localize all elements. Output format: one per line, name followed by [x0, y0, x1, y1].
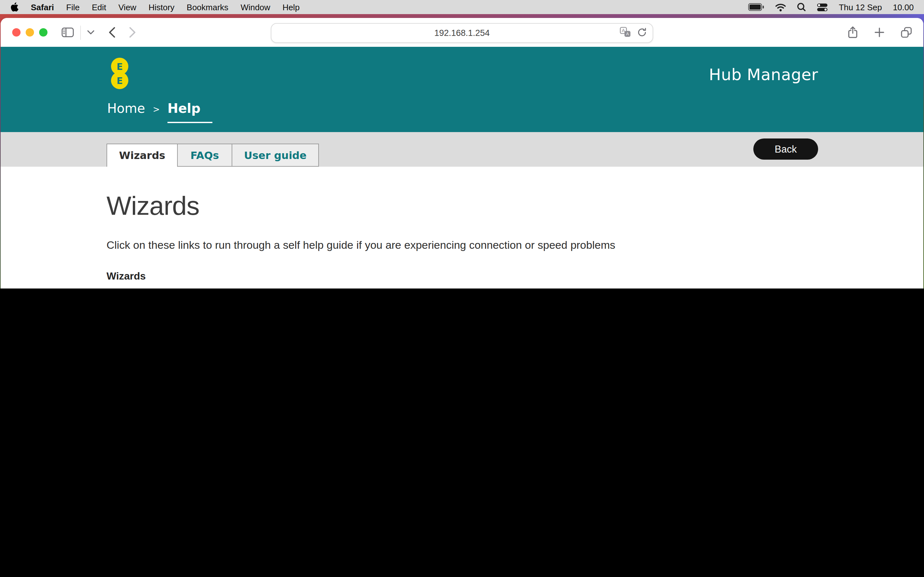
menu-item-edit[interactable]: Edit — [92, 2, 106, 12]
tab-overview-icon[interactable] — [901, 27, 912, 38]
window-controls — [12, 28, 47, 37]
translate-icon[interactable]: AA — [620, 27, 631, 39]
control-center-icon[interactable] — [817, 3, 828, 11]
breadcrumb-separator: > — [153, 105, 160, 114]
page-title-brand: Hub Manager — [709, 65, 819, 84]
menu-item-view[interactable]: View — [118, 2, 136, 12]
address-bar-icons: AA — [620, 24, 647, 42]
help-tabs: Wizards FAQs User guide — [107, 143, 319, 167]
tab-wizards[interactable]: Wizards — [107, 143, 178, 167]
intro-text: Click on these links to run through a se… — [107, 239, 817, 252]
menu-item-window[interactable]: Window — [241, 2, 270, 12]
browser-toolbar: 192.168.1.254 AA — [1, 18, 923, 47]
menu-bar-clock[interactable]: 10.00 — [893, 2, 914, 12]
menu-bar-status: Thu 12 Sep 10.00 — [748, 2, 914, 12]
wifi-icon[interactable] — [775, 3, 786, 11]
tab-band: Wizards FAQs User guide Back — [1, 132, 923, 167]
tab-faqs[interactable]: FAQs — [178, 143, 232, 167]
battery-icon[interactable] — [748, 3, 764, 11]
ee-logo[interactable]: E E — [111, 58, 128, 89]
zoom-window-button[interactable] — [39, 28, 47, 37]
section-label: Wizards — [107, 271, 817, 282]
ee-logo-bottom-circle: E — [111, 72, 128, 89]
toolbar-right-controls — [848, 26, 912, 39]
breadcrumb: Home > Help — [107, 101, 212, 123]
share-icon[interactable] — [848, 26, 858, 39]
menu-bar-left: Safari File Edit View History Bookmarks … — [10, 1, 300, 13]
back-button[interactable]: Back — [753, 139, 818, 160]
breadcrumb-home-link[interactable]: Home — [107, 101, 145, 116]
back-icon[interactable] — [108, 27, 115, 38]
menu-item-help[interactable]: Help — [282, 2, 300, 12]
safari-window: 192.168.1.254 AA E E Hub Manager Home — [1, 18, 923, 288]
menu-item-history[interactable]: History — [149, 2, 174, 12]
new-tab-icon[interactable] — [875, 27, 884, 37]
forward-icon[interactable] — [129, 27, 136, 38]
address-url: 192.168.1.254 — [435, 28, 490, 38]
toolbar-divider — [80, 25, 81, 39]
menu-bar: Safari File Edit View History Bookmarks … — [0, 0, 924, 14]
menu-bar-date[interactable]: Thu 12 Sep — [838, 2, 882, 12]
reload-icon[interactable] — [637, 27, 647, 39]
menu-item-bookmarks[interactable]: Bookmarks — [187, 2, 228, 12]
svg-text:A: A — [626, 31, 629, 36]
menu-item-safari[interactable]: Safari — [31, 2, 54, 12]
apple-logo-icon — [10, 1, 19, 11]
screen: Safari File Edit View History Bookmarks … — [0, 0, 924, 288]
sidebar-icon[interactable] — [61, 27, 74, 37]
toolbar-left-controls — [61, 25, 136, 39]
site-header: E E Hub Manager Home > Help — [1, 47, 923, 132]
menu-item-file[interactable]: File — [66, 2, 79, 12]
main-content: Wizards Click on these links to run thro… — [1, 167, 923, 288]
tab-user-guide[interactable]: User guide — [232, 143, 319, 167]
minimize-window-button[interactable] — [26, 28, 34, 37]
address-bar[interactable]: 192.168.1.254 AA — [271, 23, 653, 43]
spotlight-icon[interactable] — [797, 3, 806, 11]
chevron-down-icon[interactable] — [87, 30, 94, 35]
page-title: Wizards — [107, 191, 817, 221]
breadcrumb-current-help: Help — [168, 101, 212, 123]
close-window-button[interactable] — [12, 28, 21, 37]
apple-menu[interactable] — [10, 1, 19, 13]
